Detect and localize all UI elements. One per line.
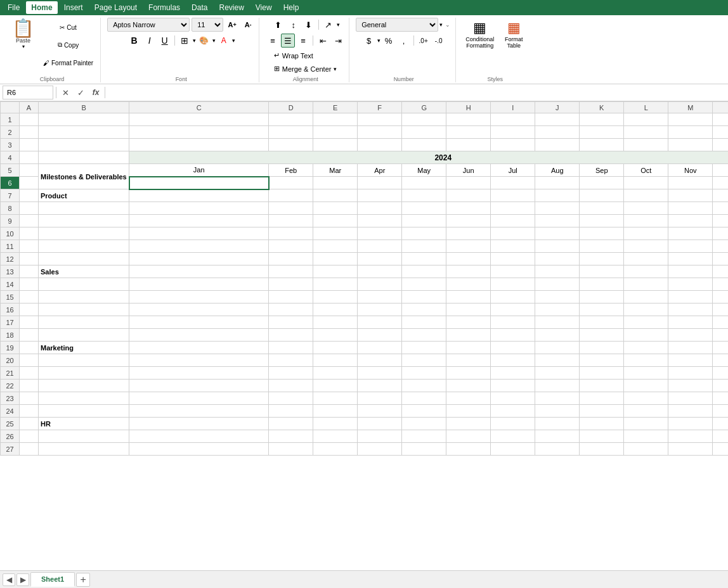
cell-H15[interactable]	[446, 291, 491, 304]
currency-chevron[interactable]: ▾	[377, 37, 380, 44]
cell-A7[interactable]	[20, 189, 39, 202]
cell-B23[interactable]	[39, 392, 129, 405]
cell-A1[interactable]	[20, 113, 39, 126]
cell-I17[interactable]	[491, 316, 535, 329]
cell-N21[interactable]	[713, 367, 728, 380]
cell-E1[interactable]	[313, 113, 358, 126]
category-cell-sales[interactable]: Sales	[39, 265, 129, 278]
cell-I8[interactable]	[491, 202, 535, 215]
cell-E16[interactable]	[313, 304, 358, 316]
cell-G27[interactable]	[402, 443, 446, 456]
cell-K8[interactable]	[580, 202, 624, 215]
italic-button[interactable]: I	[143, 34, 157, 48]
col-header-H[interactable]: H	[446, 102, 491, 113]
cell-B20[interactable]	[39, 354, 129, 367]
cell-E23[interactable]	[313, 392, 358, 405]
cell-H20[interactable]	[446, 354, 491, 367]
cell-H17[interactable]	[446, 316, 491, 329]
cell-N24[interactable]	[713, 405, 728, 418]
cell-L27[interactable]	[624, 443, 668, 456]
cell-A18[interactable]	[20, 329, 39, 342]
cell-M6[interactable]	[668, 177, 713, 189]
cell-I18[interactable]	[491, 329, 535, 342]
align-center-button[interactable]: ☰	[281, 34, 295, 48]
cell-L11[interactable]	[624, 240, 668, 253]
cell-K27[interactable]	[580, 443, 624, 456]
cell-J8[interactable]	[535, 202, 580, 215]
cell-G18[interactable]	[402, 329, 446, 342]
cell-F5[interactable]: Apr	[358, 164, 402, 177]
bold-button[interactable]: B	[127, 34, 141, 48]
cell-I14[interactable]	[491, 278, 535, 291]
cell-H9[interactable]	[446, 215, 491, 227]
cell-J7[interactable]	[535, 189, 580, 202]
cell-E17[interactable]	[313, 316, 358, 329]
sheet-prev-button[interactable]: ◀	[3, 573, 15, 586]
menu-item-home[interactable]: Home	[26, 1, 57, 14]
cell-A21[interactable]	[20, 367, 39, 380]
cell-I23[interactable]	[491, 392, 535, 405]
cell-J23[interactable]	[535, 392, 580, 405]
cell-I1[interactable]	[491, 113, 535, 126]
menu-item-data[interactable]: Data	[186, 1, 212, 14]
cell-E10[interactable]	[313, 227, 358, 240]
cell-E3[interactable]	[313, 139, 358, 151]
cell-E15[interactable]	[313, 291, 358, 304]
cell-N10[interactable]	[713, 227, 728, 240]
cell-G24[interactable]	[402, 405, 446, 418]
cell-M23[interactable]	[668, 392, 713, 405]
cell-A9[interactable]	[20, 215, 39, 227]
cell-M18[interactable]	[668, 329, 713, 342]
cell-B2[interactable]	[39, 126, 129, 139]
cell-D24[interactable]	[269, 405, 313, 418]
cell-M26[interactable]	[668, 430, 713, 443]
year-header-cell[interactable]: 2024	[129, 151, 728, 164]
cell-C19[interactable]	[129, 342, 269, 354]
cell-N5[interactable]: Dec	[713, 164, 728, 177]
cell-B22[interactable]	[39, 380, 129, 392]
cell-G13[interactable]	[402, 265, 446, 278]
cell-B9[interactable]	[39, 215, 129, 227]
cell-A4[interactable]	[20, 151, 39, 164]
cell-M27[interactable]	[668, 443, 713, 456]
cell-H10[interactable]	[446, 227, 491, 240]
cell-D14[interactable]	[269, 278, 313, 291]
cell-J2[interactable]	[535, 126, 580, 139]
cell-C3[interactable]	[129, 139, 269, 151]
cell-N1[interactable]	[713, 113, 728, 126]
format-painter-button[interactable]: 🖌 Format Painter	[40, 54, 96, 71]
cell-I21[interactable]	[491, 367, 535, 380]
cell-H22[interactable]	[446, 380, 491, 392]
cell-F11[interactable]	[358, 240, 402, 253]
cell-A11[interactable]	[20, 240, 39, 253]
comma-button[interactable]: ,	[397, 34, 411, 48]
cell-C17[interactable]	[129, 316, 269, 329]
cell-H5[interactable]: Jun	[446, 164, 491, 177]
cell-D16[interactable]	[269, 304, 313, 316]
cell-E18[interactable]	[313, 329, 358, 342]
cell-K14[interactable]	[580, 278, 624, 291]
cell-N13[interactable]	[713, 265, 728, 278]
cell-M20[interactable]	[668, 354, 713, 367]
cell-I24[interactable]	[491, 405, 535, 418]
cell-B8[interactable]	[39, 202, 129, 215]
cell-M15[interactable]	[668, 291, 713, 304]
cell-G21[interactable]	[402, 367, 446, 380]
cancel-formula-button[interactable]: ✕	[59, 86, 72, 99]
col-header-B[interactable]: B	[39, 102, 129, 113]
cell-F7[interactable]	[358, 189, 402, 202]
align-bottom-button[interactable]: ⬇	[302, 18, 316, 32]
cell-A24[interactable]	[20, 405, 39, 418]
cell-G3[interactable]	[402, 139, 446, 151]
cell-N23[interactable]	[713, 392, 728, 405]
cell-D6[interactable]	[269, 177, 313, 189]
cell-K20[interactable]	[580, 354, 624, 367]
cell-A27[interactable]	[20, 443, 39, 456]
cell-F15[interactable]	[358, 291, 402, 304]
cell-D17[interactable]	[269, 316, 313, 329]
cell-H6[interactable]	[446, 177, 491, 189]
cell-F22[interactable]	[358, 380, 402, 392]
cell-J1[interactable]	[535, 113, 580, 126]
cell-I5[interactable]: Jul	[491, 164, 535, 177]
cell-J13[interactable]	[535, 265, 580, 278]
